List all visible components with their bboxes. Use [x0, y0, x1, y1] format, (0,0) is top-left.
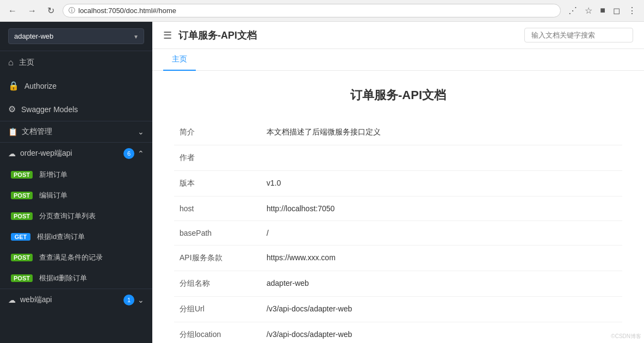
- field-key-3: host: [174, 197, 261, 221]
- share-icon[interactable]: ⋰: [566, 4, 579, 17]
- sidebar-item-home-label: 主页: [19, 58, 34, 68]
- doc-icon: 📋: [8, 127, 17, 136]
- field-val-3: http://localhost:7050: [261, 197, 622, 221]
- method-post-2: POST: [11, 212, 33, 220]
- api-label-2: 分页查询订单列表: [39, 211, 96, 221]
- api-item-5[interactable]: POST 根据id删除订单: [0, 268, 152, 289]
- api-count-badge: 6: [123, 148, 134, 159]
- method-post-5: POST: [11, 274, 33, 282]
- field-key-6: 分组名称: [174, 271, 261, 297]
- field-val-2: v1.0: [261, 171, 622, 197]
- table-row-groupurl: 分组Url /v3/api-docs/adapter-web: [174, 297, 622, 322]
- web-group-header[interactable]: ☁ web端api 1 ⌄: [0, 289, 152, 311]
- field-key-2: 版本: [174, 171, 261, 197]
- api-label-0: 新增订单: [39, 170, 67, 180]
- field-key-4: basePath: [174, 221, 261, 246]
- api-label-5: 根据id删除订单: [39, 273, 87, 283]
- sidebar-item-authorize[interactable]: 🔒 Authorize: [0, 74, 152, 97]
- browser-bar: ← → ↻ ⓘ localhost:7050/doc.html#/home ⋰ …: [0, 0, 644, 22]
- api-label-4: 查查满足条件的记录: [39, 253, 103, 262]
- top-bar: ☰ 订单服务-API文档: [152, 22, 644, 49]
- bookmark-icon[interactable]: ☆: [583, 4, 595, 17]
- sidebar-item-authorize-label: Authorize: [24, 82, 57, 90]
- api-group-label: order-wep端api: [20, 149, 72, 158]
- content-area: 订单服务-API文档 简介 本文档描述了后端微服务接口定义 作者 版本 v1.0: [152, 71, 644, 343]
- hamburger-icon[interactable]: ☰: [163, 29, 172, 41]
- api-label-3: 根据id查询订单: [37, 232, 85, 242]
- doc-management-left: 📋 文档管理: [8, 127, 52, 137]
- web-group-right: 1 ⌄: [123, 295, 144, 305]
- table-row-grouploc: 分组location /v3/api-docs/adapter-web: [174, 322, 622, 344]
- method-post-4: POST: [11, 254, 33, 261]
- api-item-3[interactable]: GET 根据id查询订单: [0, 226, 152, 247]
- api-label-1: 编辑订单: [39, 191, 67, 200]
- api-item-4[interactable]: POST 查查满足条件的记录: [0, 247, 152, 268]
- api-item-2[interactable]: POST 分页查询订单列表: [0, 206, 152, 226]
- sidebar-item-swagger-label: Swagger Models: [21, 105, 78, 114]
- search-input[interactable]: [524, 28, 633, 42]
- field-val-8: /v3/api-docs/adapter-web: [261, 322, 622, 344]
- browser-actions: ⋰ ☆ ■ ◻ ⋮: [566, 4, 639, 17]
- web-group-chevron: ⌄: [138, 296, 144, 304]
- table-row-jianjie: 简介 本文档描述了后端微服务接口定义: [174, 120, 622, 145]
- api-item-1[interactable]: POST 编辑订单: [0, 185, 152, 206]
- tab-home[interactable]: 主页: [163, 49, 196, 71]
- field-val-6: adapter-web: [261, 271, 622, 297]
- extension-icon[interactable]: ■: [598, 4, 608, 17]
- page-heading: 订单服务-API文档: [174, 87, 622, 103]
- lock-icon: ⓘ: [69, 6, 75, 15]
- field-key-8: 分组location: [174, 322, 261, 344]
- web-count-badge: 1: [123, 295, 134, 305]
- sidebar-nav: ⌂ 主页 🔒 Authorize ⚙ Swagger Models: [0, 51, 152, 121]
- sidebar-item-home[interactable]: ⌂ 主页: [0, 51, 152, 74]
- web-group-left: ☁ web端api: [8, 295, 52, 305]
- method-get-3: GET: [11, 233, 30, 241]
- table-row-host: host http://localhost:7050: [174, 197, 622, 221]
- doc-management-header[interactable]: 📋 文档管理 ⌄: [0, 121, 152, 142]
- sidebar-item-swagger-models[interactable]: ⚙ Swagger Models: [0, 97, 152, 121]
- field-val-7: /v3/api-docs/adapter-web: [261, 297, 622, 322]
- main-content: ☰ 订单服务-API文档 主页 订单服务-API文档 简介 本文档描述了后端微服…: [152, 22, 644, 343]
- table-row-zuozhe: 作者: [174, 145, 622, 171]
- forward-button[interactable]: →: [25, 5, 39, 17]
- sidebar-api-group: ☁ order-wep端api 6 ⌃ POST 新增订单 POST 编辑订单: [0, 142, 152, 289]
- field-key-0: 简介: [174, 120, 261, 145]
- sidebar-web-group: ☁ web端api 1 ⌄: [0, 289, 152, 311]
- doc-management-label: 文档管理: [22, 127, 52, 137]
- table-row-basepath: basePath /: [174, 221, 622, 246]
- app-container: adapter-web ⌂ 主页 🔒 Authorize ⚙ Swagger M…: [0, 22, 644, 343]
- service-select[interactable]: adapter-web: [8, 28, 144, 44]
- table-row-groupname: 分组名称 adapter-web: [174, 271, 622, 297]
- home-icon: ⌂: [8, 58, 14, 68]
- address-bar[interactable]: ⓘ localhost:7050/doc.html#/home: [63, 4, 561, 17]
- back-button[interactable]: ←: [5, 5, 20, 17]
- refresh-button[interactable]: ↻: [45, 4, 57, 17]
- api-group-header[interactable]: ☁ order-wep端api 6 ⌃: [0, 143, 152, 164]
- swagger-icon: ⚙: [8, 104, 16, 114]
- field-val-1: [261, 145, 622, 171]
- field-val-4: /: [261, 221, 622, 246]
- table-row-terms: API服务条款 https://www.xxx.com: [174, 246, 622, 271]
- field-val-0: 本文档描述了后端微服务接口定义: [261, 120, 622, 145]
- field-key-1: 作者: [174, 145, 261, 171]
- web-cloud-icon: ☁: [8, 296, 16, 304]
- top-bar-left: ☰ 订单服务-API文档: [163, 29, 257, 42]
- api-item-0[interactable]: POST 新增订单: [0, 164, 152, 185]
- sidebar: adapter-web ⌂ 主页 🔒 Authorize ⚙ Swagger M…: [0, 22, 152, 343]
- url-text: localhost:7050/doc.html#/home: [78, 7, 555, 15]
- cloud-icon: ☁: [8, 149, 16, 158]
- menu-dots-icon[interactable]: ⋮: [626, 4, 639, 17]
- api-group-chevron: ⌃: [138, 149, 144, 158]
- service-select-wrapper[interactable]: adapter-web: [8, 28, 144, 44]
- authorize-icon: 🔒: [8, 81, 19, 91]
- method-post-0: POST: [11, 171, 33, 179]
- field-key-5: API服务条款: [174, 246, 261, 271]
- web-group-label: web端api: [20, 295, 52, 305]
- info-table: 简介 本文档描述了后端微服务接口定义 作者 版本 v1.0 host http:…: [174, 120, 622, 343]
- field-key-7: 分组Url: [174, 297, 261, 322]
- api-group-right: 6 ⌃: [123, 148, 144, 159]
- api-group-left: ☁ order-wep端api: [8, 149, 72, 158]
- app-title: 订单服务-API文档: [178, 29, 257, 42]
- layout-icon[interactable]: ◻: [611, 4, 622, 17]
- api-list: POST 新增订单 POST 编辑订单 POST 分页查询订单列表 GET 根据…: [0, 164, 152, 289]
